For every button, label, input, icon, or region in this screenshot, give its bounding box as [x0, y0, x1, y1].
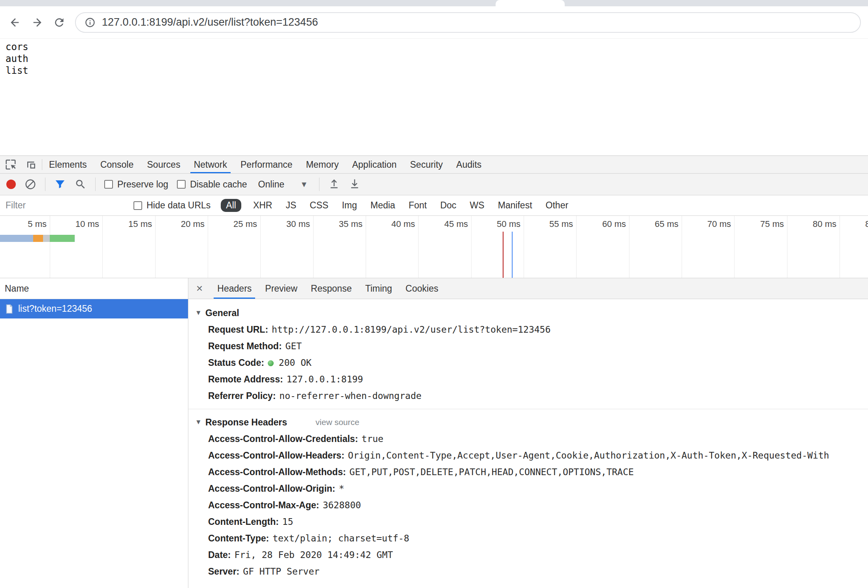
- type-filter-font[interactable]: Font: [407, 199, 428, 212]
- overview-grey-segment: [43, 235, 50, 242]
- separator: [319, 178, 319, 191]
- overview-orange-segment: [33, 235, 43, 242]
- preserve-log-toggle[interactable]: Preserve log: [104, 179, 168, 190]
- filter-input[interactable]: [5, 200, 123, 211]
- device-toolbar-icon[interactable]: [25, 159, 37, 170]
- devtools-toolbar-icons: [0, 156, 42, 173]
- tick-label: 15 ms: [105, 219, 152, 229]
- hide-data-urls-checkbox[interactable]: [133, 201, 142, 210]
- section-title: Response Headers: [205, 417, 287, 428]
- disable-cache-checkbox[interactable]: [177, 180, 186, 189]
- section-title: General: [205, 308, 239, 318]
- type-filter-img[interactable]: Img: [340, 199, 359, 212]
- tab-strip: [0, 0, 868, 6]
- close-details-button[interactable]: ×: [188, 278, 210, 299]
- details-tab-cookies[interactable]: Cookies: [399, 278, 445, 299]
- tick-label: 25 ms: [210, 219, 257, 229]
- page-line: cors: [6, 41, 862, 53]
- inspect-element-icon[interactable]: [5, 159, 17, 170]
- tick-label: 85 ms: [842, 219, 868, 229]
- type-filter-media[interactable]: Media: [369, 199, 397, 212]
- network-timeline[interactable]: 5 ms 10 ms 15 ms 20 ms 25 ms 30 ms 35 ms…: [0, 216, 868, 278]
- tick-label: 10 ms: [52, 219, 99, 229]
- separator: [45, 178, 45, 191]
- details-tab-headers[interactable]: Headers: [210, 278, 258, 299]
- info-icon[interactable]: [85, 17, 96, 28]
- tab-audits[interactable]: Audits: [449, 156, 488, 173]
- type-filter-ws[interactable]: WS: [468, 199, 486, 212]
- tab-application[interactable]: Application: [346, 156, 404, 173]
- status-ok-icon: [268, 360, 274, 366]
- gridline: [734, 216, 735, 278]
- request-overview-bar[interactable]: [0, 235, 75, 242]
- search-icon[interactable]: [75, 178, 86, 190]
- tick-label: 45 ms: [421, 219, 468, 229]
- header-line: Date:Fri, 28 Feb 2020 14:49:42 GMT: [195, 547, 868, 563]
- devtools-panel: Elements Console Sources Network Perform…: [0, 155, 868, 588]
- address-bar[interactable]: 127.0.0.1:8199/api.v2/user/list?token=12…: [75, 12, 861, 33]
- forward-button[interactable]: [28, 13, 47, 32]
- network-filter-bar: Hide data URLs All XHR JS CSS Img Media …: [0, 195, 868, 216]
- details-tab-response[interactable]: Response: [304, 278, 359, 299]
- gridline: [682, 216, 682, 278]
- gridline: [524, 216, 524, 278]
- back-arrow-icon: [9, 16, 21, 29]
- tab-network[interactable]: Network: [187, 156, 234, 173]
- reload-button[interactable]: [50, 13, 69, 32]
- section-divider: [188, 409, 868, 409]
- type-filter-js[interactable]: JS: [284, 199, 298, 212]
- tab-console[interactable]: Console: [94, 156, 140, 173]
- response-headers-section-header[interactable]: ▼ Response Headers view source: [195, 414, 868, 431]
- preserve-log-checkbox[interactable]: [104, 180, 113, 189]
- tab-memory[interactable]: Memory: [299, 156, 346, 173]
- type-filter-doc[interactable]: Doc: [439, 199, 458, 212]
- type-filter-manifest[interactable]: Manifest: [496, 199, 534, 212]
- gridline: [313, 216, 314, 278]
- disable-cache-toggle[interactable]: Disable cache: [177, 179, 247, 190]
- clear-icon[interactable]: [24, 178, 36, 190]
- headers-content: ▼ General Request URL:http://127.0.0.1:8…: [188, 299, 868, 588]
- tab-security[interactable]: Security: [403, 156, 449, 173]
- page-content: cors auth list: [0, 39, 868, 155]
- filter-icon[interactable]: [54, 178, 66, 190]
- header-line: Content-Type:text/plain; charset=utf-8: [195, 530, 868, 547]
- type-filter-other[interactable]: Other: [544, 199, 570, 212]
- name-column-header[interactable]: Name: [0, 278, 188, 299]
- overview-green-segment: [50, 235, 75, 242]
- details-tab-preview[interactable]: Preview: [258, 278, 304, 299]
- triangle-down-icon: ▼: [195, 309, 202, 317]
- disable-cache-label: Disable cache: [190, 179, 247, 190]
- hide-data-urls-toggle[interactable]: Hide data URLs: [133, 200, 210, 211]
- separator: [95, 178, 96, 191]
- page-line: auth: [6, 53, 862, 65]
- request-row[interactable]: list?token=123456: [0, 299, 188, 318]
- back-button[interactable]: [6, 13, 24, 32]
- type-filter-all[interactable]: All: [221, 199, 241, 212]
- general-section-header[interactable]: ▼ General: [195, 305, 868, 321]
- header-line: Status Code:200 OK: [195, 354, 868, 371]
- gridline: [418, 216, 419, 278]
- record-button[interactable]: [6, 180, 16, 189]
- tab-sources[interactable]: Sources: [140, 156, 187, 173]
- throttling-select[interactable]: Online ▼: [256, 179, 310, 190]
- details-tab-timing[interactable]: Timing: [359, 278, 399, 299]
- forward-arrow-icon: [31, 16, 43, 29]
- network-main: Name list?token=123456 × Headers Preview…: [0, 278, 868, 588]
- header-line: Request URL:http://127.0.0.1:8199/api.v2…: [195, 321, 868, 338]
- tab-performance[interactable]: Performance: [234, 156, 299, 173]
- type-filter-css[interactable]: CSS: [308, 199, 330, 212]
- throttling-value: Online: [258, 179, 284, 190]
- header-line: Content-Length:15: [195, 513, 868, 530]
- import-har-icon[interactable]: [328, 178, 340, 190]
- network-toolbar: Preserve log Disable cache Online ▼: [0, 174, 868, 195]
- devtools-tabbar: Elements Console Sources Network Perform…: [0, 156, 868, 174]
- export-har-icon[interactable]: [349, 178, 361, 190]
- view-source-link[interactable]: view source: [316, 418, 359, 427]
- load-event-line: [512, 232, 513, 278]
- header-line: Access-Control-Max-Age:3628800: [195, 497, 868, 513]
- type-filter-xhr[interactable]: XHR: [252, 199, 274, 212]
- hide-data-urls-label: Hide data URLs: [147, 200, 210, 211]
- gridline: [102, 216, 103, 278]
- tick-label: 30 ms: [263, 219, 310, 229]
- tab-elements[interactable]: Elements: [42, 156, 94, 173]
